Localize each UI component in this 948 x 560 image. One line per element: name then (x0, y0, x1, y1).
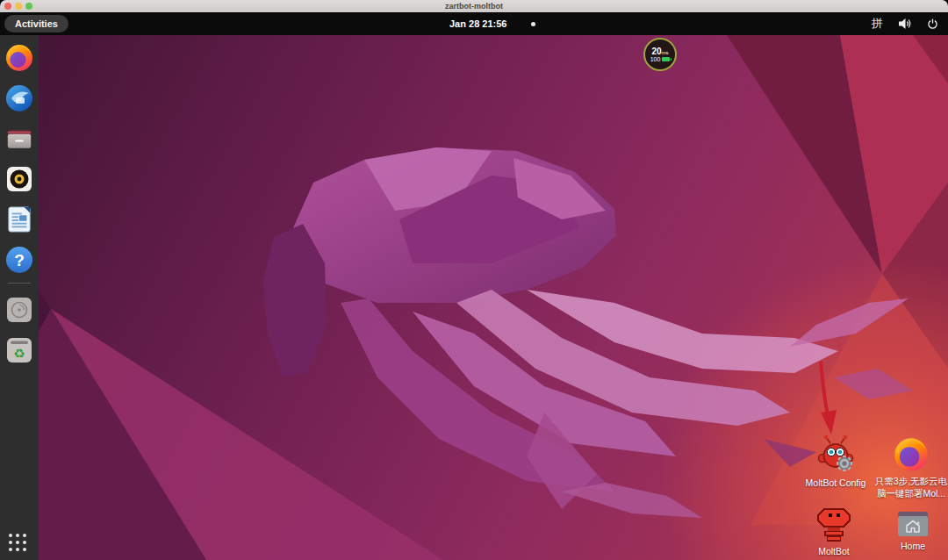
window-title: zartbot-moltbot (0, 0, 948, 12)
help-icon: ? (5, 246, 33, 274)
dock-item-writer[interactable] (4, 205, 34, 233)
firefox-icon (5, 44, 33, 72)
dock-divider (8, 283, 31, 284)
desktop-icon-label: MoltBot Config (806, 477, 866, 489)
audio-app-icon (6, 166, 32, 192)
thunderbird-icon (5, 84, 33, 112)
gear-icon (837, 456, 852, 471)
show-applications-button[interactable] (9, 534, 30, 555)
dock-item-help[interactable]: ? (4, 246, 34, 274)
system-tray[interactable]: 拼 (872, 12, 938, 35)
notification-dot (531, 22, 535, 26)
battery-icon (662, 57, 670, 61)
home-folder-icon (896, 511, 930, 537)
writer-icon (7, 205, 32, 233)
desktop-icon-label: 只需3步,无影云电脑一键部署Mol... (871, 475, 948, 499)
firefox-icon (894, 437, 929, 472)
moltbot-icon (815, 506, 852, 542)
moltbot-config-icon (815, 434, 856, 474)
trash-icon: ♻ (6, 337, 32, 363)
clock-menu[interactable]: Jan 28 21:56 (449, 12, 506, 35)
virtual-desktop-window: zartbot-moltbot Activities Jan 28 21:56 … (0, 0, 948, 560)
window-titlebar: zartbot-moltbot (0, 0, 948, 13)
dock-item-files[interactable] (4, 125, 34, 153)
dock-item-disc[interactable] (4, 296, 34, 324)
question-glyph: ? (14, 251, 25, 269)
latency-unit: ms (662, 50, 669, 55)
disc-icon (6, 297, 32, 323)
desktop-icon-home[interactable]: Home (879, 511, 947, 552)
latency-widget[interactable]: 20ms 100 (643, 38, 677, 71)
gnome-top-bar: Activities Jan 28 21:56 拼 (0, 12, 948, 35)
activities-button[interactable]: Activities (4, 15, 68, 32)
power-icon[interactable] (927, 18, 938, 30)
desktop-icon-label: MoltBot (818, 545, 850, 557)
desktop-icon-moltbot-config[interactable]: MoltBot Config (790, 434, 881, 489)
dock-item-thunderbird[interactable] (4, 84, 34, 112)
battery-percent: 100 (650, 56, 661, 63)
recycle-glyph: ♻ (13, 346, 25, 362)
dock-item-firefox[interactable] (4, 44, 34, 72)
desktop-icon-label: Home (901, 540, 925, 552)
volume-icon[interactable] (898, 18, 912, 30)
desktop-icon-firefox-shortcut[interactable]: 只需3步,无影云电脑一键部署Mol... (871, 437, 948, 499)
desktop-icon-moltbot[interactable]: MoltBot (795, 506, 873, 557)
dock: ? ♻ (0, 35, 39, 560)
latency-value: 20 (651, 47, 661, 56)
input-method-indicator[interactable]: 拼 (872, 12, 883, 35)
files-icon (5, 126, 33, 151)
dock-item-audio-app[interactable] (4, 165, 34, 193)
dock-item-trash[interactable]: ♻ (4, 336, 34, 364)
